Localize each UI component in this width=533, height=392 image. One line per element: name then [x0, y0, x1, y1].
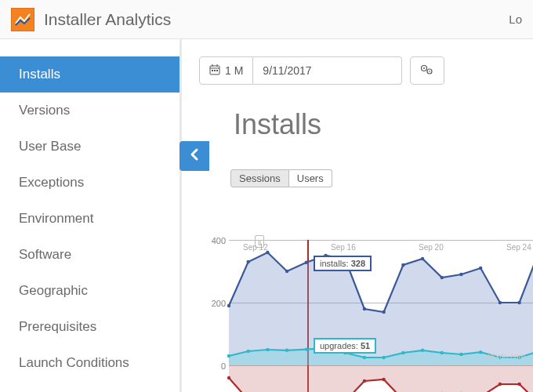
svg-point-42	[479, 350, 482, 354]
svg-point-29	[227, 354, 230, 358]
installs-chart[interactable]: || 400 200 0 Sep 12 Sep 16 Sep 20 Sep 24…	[229, 240, 533, 392]
sidebar-item-uninstall-survey[interactable]: Uninstall Survey	[0, 381, 179, 392]
sidebar-item-installs[interactable]: Installs	[0, 56, 179, 93]
calendar-icon	[209, 64, 220, 78]
svg-point-41	[459, 353, 462, 356]
svg-point-47	[227, 376, 230, 379]
y-tick: 200	[202, 299, 226, 308]
svg-point-33	[305, 347, 308, 350]
y-tick: 400	[202, 236, 226, 245]
svg-rect-5	[214, 70, 216, 71]
settings-button[interactable]	[410, 56, 444, 85]
app-logo-icon	[11, 8, 34, 31]
app-brand: Installer Analytics	[44, 10, 171, 29]
page-title: Installs	[234, 108, 533, 141]
app-header: Installer Analytics Lo	[0, 0, 533, 39]
chart-svg	[229, 240, 533, 392]
y-tick: 0	[202, 361, 226, 371]
flag-upgrades: upgrades: 51	[314, 338, 376, 354]
collapse-sidebar-button[interactable]	[179, 141, 209, 171]
main-content: 1 M 9/11/2017 Installs Sessions Users ||…	[182, 39, 533, 392]
svg-point-10	[430, 71, 431, 72]
header-right-text[interactable]: Lo	[509, 13, 522, 26]
svg-point-8	[423, 67, 425, 69]
date-value: 9/11/2017	[263, 64, 311, 77]
svg-point-26	[517, 301, 520, 304]
svg-point-39	[421, 349, 424, 352]
svg-point-40	[441, 351, 444, 354]
svg-point-12	[247, 260, 250, 263]
svg-point-25	[499, 301, 502, 304]
svg-point-37	[382, 356, 385, 359]
svg-point-19	[382, 310, 385, 314]
gears-icon	[420, 64, 434, 78]
chevron-left-icon	[189, 147, 200, 165]
sidebar-item-exceptions[interactable]: Exceptions	[0, 165, 179, 201]
tab-users[interactable]: Users	[289, 169, 332, 187]
svg-point-55	[382, 378, 385, 381]
date-range-label: 1 M	[225, 64, 243, 77]
svg-point-21	[421, 257, 424, 260]
svg-point-61	[499, 383, 502, 386]
sidebar-item-prerequisites[interactable]: Prerequisites	[0, 309, 179, 345]
flag-installs: installs: 328	[314, 256, 372, 271]
sidebar-item-geographic[interactable]: Geographic	[0, 273, 179, 309]
tab-sessions[interactable]: Sessions	[230, 169, 289, 187]
sidebar-item-versions[interactable]: Versions	[0, 93, 179, 129]
chart-mode-tabs: Sessions Users	[230, 169, 533, 187]
sidebar-item-launch-conditions[interactable]: Launch Conditions	[0, 345, 179, 381]
svg-point-36	[363, 356, 366, 359]
svg-point-62	[517, 383, 520, 386]
date-range-button[interactable]: 1 M	[199, 56, 253, 85]
svg-rect-4	[212, 70, 213, 71]
svg-point-54	[363, 379, 366, 383]
svg-point-31	[266, 348, 269, 351]
svg-point-32	[285, 349, 288, 352]
watermark: wsxdn.com	[486, 352, 525, 361]
sidebar-item-environment[interactable]: Environment	[0, 201, 179, 237]
svg-point-20	[401, 263, 404, 267]
svg-rect-6	[216, 70, 218, 71]
svg-point-30	[247, 350, 250, 353]
svg-point-15	[305, 261, 308, 264]
sidebar-item-user-base[interactable]: User Base	[0, 129, 179, 165]
sidebar-item-software[interactable]: Software	[0, 237, 179, 273]
toolbar: 1 M 9/11/2017	[199, 56, 533, 85]
svg-point-18	[363, 307, 366, 310]
svg-point-24	[479, 267, 482, 270]
svg-point-22	[441, 276, 444, 279]
svg-point-11	[227, 304, 230, 307]
svg-point-13	[266, 251, 269, 254]
svg-point-23	[459, 273, 462, 276]
date-input[interactable]: 9/11/2017	[253, 56, 402, 85]
sidebar: Installs Versions User Base Exceptions E…	[0, 39, 182, 392]
svg-point-14	[285, 270, 288, 273]
svg-point-38	[401, 351, 404, 354]
